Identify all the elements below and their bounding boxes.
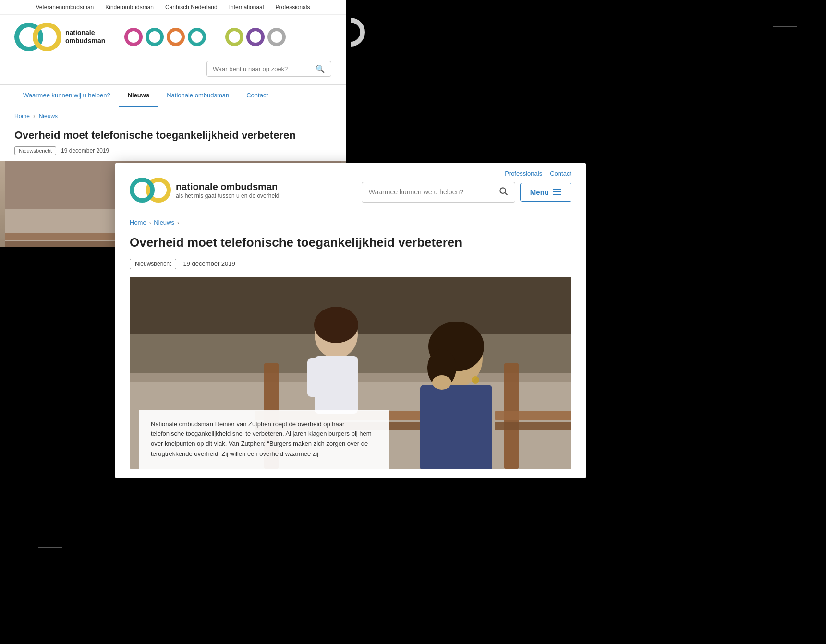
fg-search-icon[interactable] bbox=[498, 186, 508, 198]
bg-tab-contact[interactable]: Contact bbox=[238, 85, 277, 107]
fg-window: Professionals Contact nationale ombudsma… bbox=[115, 163, 586, 478]
fg-badge: Nieuwsbericht bbox=[130, 259, 176, 269]
fg-menu-label: Menu bbox=[530, 188, 549, 196]
bg-extra-logos-2 bbox=[225, 28, 286, 46]
fg-chevron-2: › bbox=[177, 220, 179, 226]
bg-logo-gray bbox=[267, 28, 286, 46]
bg-extra-logos bbox=[124, 28, 206, 46]
decorative-line-bottom bbox=[38, 547, 62, 548]
fg-breadcrumb: Home › Nieuws › bbox=[115, 211, 586, 230]
decorative-line-top bbox=[773, 26, 797, 27]
fg-search-container bbox=[362, 182, 515, 203]
bg-nav-caribisch[interactable]: Caribisch Nederland bbox=[165, 4, 218, 11]
bg-top-nav: Veteranenombudsman Kinderombudsman Carib… bbox=[0, 0, 346, 15]
bg-nav-tabs: Waarmee kunnen wij u helpen? Nieuws Nati… bbox=[0, 84, 346, 107]
fg-logo-tagline: als het mis gaat tussen u en de overheid bbox=[176, 192, 279, 199]
bg-breadcrumb: Home › Nieuws bbox=[0, 107, 346, 125]
bg-logo-text: nationale ombudsman bbox=[65, 29, 105, 45]
bg-logo: nationale ombudsman bbox=[14, 23, 105, 51]
fg-logo: nationale ombudsman als het mis gaat tus… bbox=[130, 178, 279, 206]
bg-nav-kinderombudsman[interactable]: Kinderombudsman bbox=[105, 4, 154, 11]
bg-nav-veteranenombudsman[interactable]: Veteranenombudsman bbox=[36, 4, 94, 11]
bg-logo-teal3 bbox=[188, 28, 206, 46]
svg-point-28 bbox=[432, 375, 451, 390]
bg-nav-internationaal[interactable]: Internationaal bbox=[229, 4, 264, 11]
bg-search-input[interactable] bbox=[213, 65, 316, 72]
fg-ring-teal bbox=[130, 178, 155, 203]
bg-logo-olive bbox=[225, 28, 243, 46]
fg-article-title: Overheid moet telefonische toegankelijkh… bbox=[115, 230, 586, 257]
bg-search-container: 🔍 bbox=[206, 61, 331, 77]
fg-breadcrumb-home[interactable]: Home bbox=[130, 219, 146, 226]
fg-contact-link[interactable]: Contact bbox=[550, 170, 571, 177]
bg-logo-purple bbox=[246, 28, 265, 46]
bg-breadcrumb-home[interactable]: Home bbox=[14, 113, 30, 119]
svg-rect-27 bbox=[420, 385, 492, 469]
hamburger-icon bbox=[553, 189, 561, 195]
bg-date: 19 december 2019 bbox=[61, 147, 109, 154]
svg-point-8 bbox=[500, 188, 506, 193]
bg-logo-ring-yellow bbox=[33, 23, 61, 51]
bg-tab-help[interactable]: Waarmee kunnen wij u helpen? bbox=[14, 85, 119, 107]
bg-badge: Nieuwsbericht bbox=[14, 146, 56, 155]
fg-logo-text-block: nationale ombudsman als het mis gaat tus… bbox=[176, 181, 279, 199]
bg-breadcrumb-nieuws[interactable]: Nieuws bbox=[39, 113, 58, 119]
bg-tab-ombudsman[interactable]: Nationale ombudsman bbox=[158, 85, 238, 107]
bg-header: nationale ombudsman 🔍 bbox=[0, 15, 346, 84]
bg-breadcrumb-sep: › bbox=[33, 113, 35, 119]
svg-rect-19 bbox=[495, 422, 571, 430]
svg-point-21 bbox=[314, 307, 358, 343]
fg-menu-button[interactable]: Menu bbox=[520, 183, 571, 202]
fg-hero: Nationale ombudsman Reinier van Zutphen … bbox=[130, 277, 571, 469]
bg-tab-nieuws[interactable]: Nieuws bbox=[119, 85, 158, 107]
fg-chevron-1: › bbox=[149, 220, 151, 226]
fg-breadcrumb-nieuws[interactable]: Nieuws bbox=[154, 219, 174, 226]
bg-nav-professionals[interactable]: Professionals bbox=[275, 4, 310, 11]
bg-article-title: Overheid moet telefonische toegankelijkh… bbox=[0, 125, 346, 144]
bg-logo-orange bbox=[167, 28, 185, 46]
svg-line-9 bbox=[505, 192, 508, 195]
fg-logo-rings: nationale ombudsman als het mis gaat tus… bbox=[130, 178, 279, 203]
svg-rect-18 bbox=[495, 411, 571, 420]
fg-hero-caption-text: Nationale ombudsman Reinier van Zutphen … bbox=[151, 420, 372, 457]
fg-util-links: Professionals Contact bbox=[505, 170, 571, 177]
svg-point-29 bbox=[472, 376, 479, 384]
fg-logo-name: nationale ombudsman bbox=[176, 181, 279, 192]
fg-right-controls: Menu bbox=[362, 182, 571, 203]
fg-hero-caption: Nationale ombudsman Reinier van Zutphen … bbox=[139, 410, 389, 469]
fg-hero-image: Nationale ombudsman Reinier van Zutphen … bbox=[130, 277, 571, 469]
bg-logo-pink bbox=[124, 28, 143, 46]
svg-rect-23 bbox=[307, 358, 319, 397]
svg-rect-22 bbox=[315, 356, 358, 414]
fg-meta: Nieuwsbericht 19 december 2019 bbox=[115, 257, 586, 277]
bg-search-icon[interactable]: 🔍 bbox=[316, 64, 325, 73]
bg-logo-teal2 bbox=[146, 28, 164, 46]
fg-professionals-link[interactable]: Professionals bbox=[505, 170, 542, 177]
fg-search-input[interactable] bbox=[369, 188, 498, 196]
bg-meta: Nieuwsbericht 19 december 2019 bbox=[0, 144, 346, 161]
fg-date: 19 december 2019 bbox=[183, 260, 235, 267]
